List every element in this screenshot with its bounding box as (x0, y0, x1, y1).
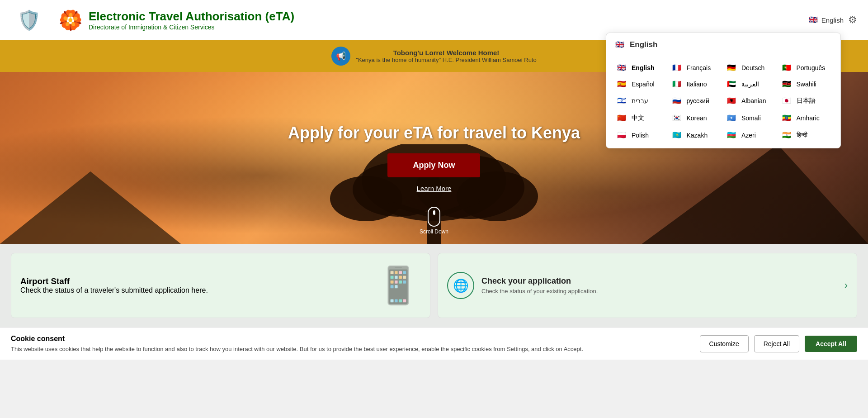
language-item[interactable]: 🇮🇹Italiano (670, 79, 722, 90)
cookie-description: This website uses cookies that help the … (11, 346, 689, 352)
language-item[interactable]: 🇦🇱Albanian (725, 95, 777, 107)
lang-flag: 🇸🇴 (727, 114, 738, 122)
language-item[interactable]: 🇰🇿Kazakh (670, 129, 722, 141)
scroll-label: Scroll Down (420, 228, 448, 235)
lang-name: العربية (741, 81, 759, 88)
language-item[interactable]: 🇬🇧English (615, 62, 667, 73)
language-item[interactable]: 🇨🇳中文 (615, 112, 667, 124)
language-item[interactable]: 🇦🇿Azeri (725, 129, 777, 141)
reject-all-button[interactable]: Reject All (754, 335, 799, 352)
lang-flag: 🇰🇷 (672, 114, 683, 122)
check-application-text: Check your application Check the status … (481, 276, 598, 294)
scroll-icon (428, 207, 440, 227)
accept-all-button[interactable]: Accept All (805, 336, 857, 352)
language-item[interactable]: 🇦🇪العربية (725, 79, 777, 90)
announcement-text: Tobong'u Lorre! Welcome Home! "Kenya is … (356, 49, 536, 63)
lang-name: Azeri (741, 132, 756, 139)
header-title-group: Electronic Travel Authorisation (eTA) Di… (89, 10, 808, 31)
selected-language-label: English (630, 40, 657, 49)
language-grid: 🇬🇧English🇫🇷Français🇩🇪Deutsch🇵🇹Português🇪… (615, 62, 831, 141)
announcement-quote: "Kenya is the home of humanity" H.E. Pre… (356, 57, 536, 63)
language-item[interactable]: 🇸🇴Somali (725, 112, 777, 124)
lang-name: Deutsch (741, 64, 764, 71)
card-arrow-icon: › (844, 280, 848, 291)
lang-flag: 🇨🇳 (617, 114, 628, 122)
selected-lang-flag: 🇬🇧 (615, 41, 626, 48)
lang-name: Somali (741, 114, 761, 122)
lang-flag: 🇦🇱 (727, 97, 738, 104)
language-item[interactable]: 🇯🇵日本語 (780, 95, 832, 107)
language-item[interactable]: 🇰🇷Korean (670, 112, 722, 124)
check-application-description: Check the status of your existing applic… (481, 288, 598, 294)
cookie-buttons-group: Customize Reject All Accept All (700, 335, 857, 352)
language-item[interactable]: 🇪🇹Amharic (780, 112, 832, 124)
mountain-left (0, 153, 181, 244)
language-item[interactable]: 🇰🇪Swahili (780, 79, 832, 90)
language-item[interactable]: 🇮🇳हिन्दी (780, 129, 832, 141)
check-application-title: Check your application (481, 276, 598, 286)
lang-name: Español (632, 81, 655, 88)
lang-flag: 🇮🇱 (617, 97, 628, 104)
lang-flag: 🇪🇸 (617, 81, 628, 88)
cookie-text-group: Cookie consent This website uses cookies… (11, 335, 689, 352)
lang-name: עברית (632, 97, 648, 104)
lang-name: Português (797, 64, 826, 71)
lang-flag: 🇫🇷 (672, 64, 683, 71)
current-lang-label: English (821, 16, 844, 24)
announcement-title: Tobong'u Lorre! Welcome Home! (356, 49, 536, 57)
lang-name: Français (687, 64, 711, 71)
language-item[interactable]: 🇮🇱עברית (615, 95, 667, 107)
customize-button[interactable]: Customize (700, 335, 749, 352)
site-subtitle: Directorate of Immigration & Citizen Ser… (89, 24, 808, 31)
language-item[interactable]: 🇪🇸Español (615, 79, 667, 90)
cookie-consent-bar: Cookie consent This website uses cookies… (0, 327, 868, 360)
language-selector-button[interactable]: 🇬🇧 English (808, 16, 844, 24)
lang-name: русский (687, 97, 709, 104)
lang-name: Swahili (797, 81, 816, 88)
language-item[interactable]: 🇷🇺русский (670, 95, 722, 107)
language-dropdown: 🇬🇧 English 🇬🇧English🇫🇷Français🇩🇪Deutsch🇵… (606, 33, 841, 148)
current-lang-flag: 🇬🇧 (808, 16, 819, 24)
header-right: 🇬🇧 English ⚙ (808, 14, 857, 26)
lang-name: 日本語 (797, 97, 816, 105)
language-item[interactable]: 🇩🇪Deutsch (725, 62, 777, 73)
lang-name: Kazakh (687, 132, 708, 139)
language-item[interactable]: 🇫🇷Français (670, 62, 722, 73)
lang-flag: 🇩🇪 (727, 64, 738, 71)
lang-flag: 🇮🇳 (782, 132, 793, 139)
apply-now-button[interactable]: Apply Now (387, 153, 480, 177)
language-item[interactable]: 🇵🇹Português (780, 62, 832, 73)
lang-flag: 🇯🇵 (782, 97, 793, 104)
settings-button[interactable]: ⚙ (848, 14, 857, 26)
cards-section: Airport Staff Check the status of a trav… (0, 244, 868, 327)
language-dropdown-header: 🇬🇧 English (615, 40, 831, 55)
lang-flag: 🇷🇺 (672, 97, 683, 104)
lang-flag: 🇵🇱 (617, 132, 628, 139)
scroll-down-indicator: Scroll Down (420, 207, 448, 235)
hero-heading: Apply for your eTA for travel to Kenya (288, 124, 580, 142)
lang-name: Italiano (687, 81, 707, 88)
svg-marker-9 (0, 171, 181, 244)
lang-name: 中文 (632, 114, 644, 122)
globe-icon: 🌐 (447, 272, 474, 299)
airport-staff-description: Check the status of a traveler's submitt… (20, 286, 368, 294)
lang-name: हिन्दी (797, 131, 807, 139)
learn-more-link[interactable]: Learn More (417, 185, 452, 192)
check-application-card[interactable]: 🌐 Check your application Check the statu… (438, 253, 857, 318)
lang-name: Amharic (797, 114, 820, 122)
lang-name: Albanian (741, 97, 766, 104)
hero-content: Apply for your eTA for travel to Kenya A… (288, 124, 580, 192)
language-item[interactable]: 🇵🇱Polish (615, 129, 667, 141)
scroll-dot (433, 210, 435, 215)
phone-mockup-icon: 📱 (376, 264, 421, 307)
lang-flag: 🇪🇹 (782, 114, 793, 122)
lang-name: Korean (687, 114, 707, 122)
lang-flag: 🇰🇪 (782, 81, 793, 88)
logo-right: 🏵️ (52, 4, 89, 36)
airport-staff-title: Airport Staff (20, 276, 368, 286)
lang-flag: 🇦🇪 (727, 81, 738, 88)
site-title: Electronic Travel Authorisation (eTA) (89, 10, 808, 24)
lang-flag: 🇬🇧 (617, 64, 628, 71)
airport-staff-card[interactable]: Airport Staff Check the status of a trav… (11, 253, 430, 318)
lang-flag: 🇵🇹 (782, 64, 793, 71)
